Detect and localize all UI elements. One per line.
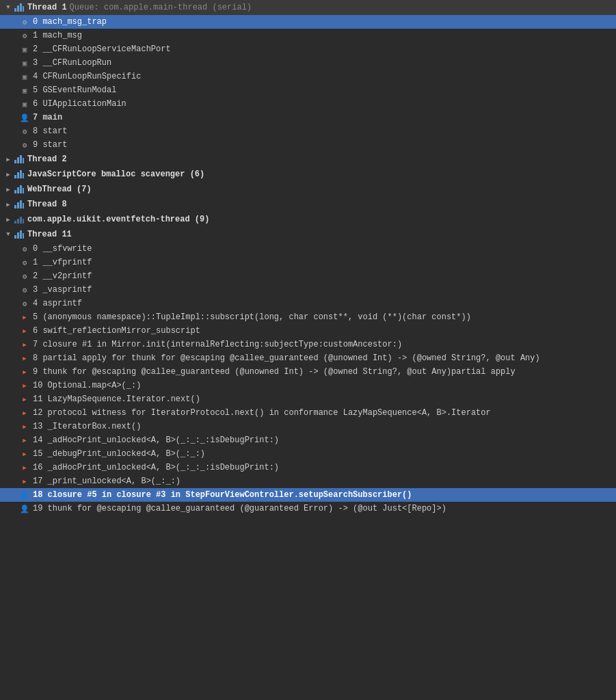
jscore-label: JavaScriptCore bmalloc scavenger (6) <box>27 170 204 179</box>
frame-t11-11[interactable]: ▶ 11 LazyMapSequence.Iterator.next() <box>0 392 616 406</box>
frame-t1-5-text: 5 GSEventRunModal <box>33 85 116 95</box>
frame-t11-17-text: 17 _print_unlocked<A, B>(_:_:) <box>33 476 180 486</box>
frame-t11-15-icon: ▶ <box>19 448 30 459</box>
webthread-header[interactable]: WebThread (7) <box>0 182 616 197</box>
frame-t11-8[interactable]: ▶ 8 partial apply for thunk for @escapin… <box>0 351 616 365</box>
frame-t1-1-text: 1 mach_msg <box>33 31 82 40</box>
webthread-icon <box>14 184 25 195</box>
frame-t11-2[interactable]: ⚙ 2 __v2printf <box>0 269 616 283</box>
frame-t1-7[interactable]: 👤 7 main <box>0 111 616 124</box>
frame-t1-9[interactable]: ⚙ 9 start <box>0 138 616 152</box>
frame-t11-0[interactable]: ⚙ 0 __sfvwrite <box>0 242 616 256</box>
svg-rect-26 <box>20 230 22 239</box>
eventfetch-icon <box>14 214 25 225</box>
frame-t11-6-icon: ▶ <box>19 325 30 336</box>
frame-t11-5-text: 5 (anonymous namespace)::TupleImpl::subs… <box>33 312 471 322</box>
frame-t11-19[interactable]: 👤 19 thunk for @escaping @callee_guarant… <box>0 502 616 515</box>
thread-list: Thread 1 Queue: com.apple.main-thread (s… <box>0 0 616 515</box>
frame-t11-1[interactable]: ⚙ 1 __vfprintf <box>0 256 616 269</box>
frame-t11-10-icon: ▶ <box>19 380 30 391</box>
frame-t11-18[interactable]: 👤 18 closure #5 in closure #3 in StepFou… <box>0 488 616 502</box>
frame-t11-12[interactable]: ▶ 12 protocol witness for IteratorProtoc… <box>0 406 616 420</box>
frame-t11-9-icon: ▶ <box>19 366 30 377</box>
webthread-chevron <box>4 185 12 193</box>
frame-t11-16-icon: ▶ <box>19 462 30 473</box>
thread2-chevron <box>4 155 12 163</box>
svg-rect-17 <box>17 202 19 208</box>
frame-t11-0-icon: ⚙ <box>19 243 30 254</box>
frame-t11-10-text: 10 Optional.map<A>(_:) <box>33 381 141 390</box>
jscore-chevron <box>4 170 12 178</box>
svg-rect-3 <box>23 6 24 12</box>
thread1-header[interactable]: Thread 1 Queue: com.apple.main-thread (s… <box>0 0 616 15</box>
thread1-queue: Queue: com.apple.main-thread (serial) <box>70 3 252 12</box>
frame-t1-2-icon: ▣ <box>19 44 30 55</box>
frame-t1-5[interactable]: ▣ 5 GSEventRunModal <box>0 83 616 97</box>
frame-t11-7[interactable]: ▶ 7 closure #1 in Mirror.init(internalRe… <box>0 338 616 351</box>
frame-t11-15-text: 15 _debugPrint_unlocked<A, B>(_:_:) <box>33 449 205 459</box>
svg-rect-24 <box>14 235 16 239</box>
frame-t11-17[interactable]: ▶ 17 _print_unlocked<A, B>(_:_:) <box>0 474 616 488</box>
frame-t1-1[interactable]: ⚙ 1 mach_msg <box>0 29 616 42</box>
frame-t11-8-text: 8 partial apply for thunk for @escaping … <box>33 353 540 363</box>
svg-rect-10 <box>20 170 22 178</box>
frame-t11-11-text: 11 LazyMapSequence.Iterator.next() <box>33 394 200 404</box>
frame-t11-13[interactable]: ▶ 13 _IteratorBox.next() <box>0 420 616 433</box>
frame-t11-3-icon: ⚙ <box>19 284 30 295</box>
frame-t11-4-icon: ⚙ <box>19 298 30 309</box>
frame-t11-6[interactable]: ▶ 6 swift_reflectionMirror_subscript <box>0 324 616 338</box>
frame-t11-3[interactable]: ⚙ 3 _vasprintf <box>0 283 616 297</box>
frame-t1-8-icon: ⚙ <box>19 126 30 137</box>
frame-t11-9-text: 9 thunk for @escaping @callee_guaranteed… <box>33 367 515 377</box>
svg-rect-5 <box>17 157 19 163</box>
svg-rect-18 <box>20 200 22 208</box>
frame-t11-12-icon: ▶ <box>19 407 30 418</box>
frame-t11-14[interactable]: ▶ 14 _adHocPrint_unlocked<A, B>(_:_:_:is… <box>0 433 616 447</box>
frame-t1-4[interactable]: ▣ 4 CFRunLoopRunSpecific <box>0 70 616 83</box>
thread11-header[interactable]: Thread 11 <box>0 227 616 242</box>
frame-t1-3-icon: ▣ <box>19 57 30 68</box>
svg-rect-27 <box>23 233 24 239</box>
frame-t1-0-icon: ⚙ <box>19 16 30 27</box>
thread2-header[interactable]: Thread 2 <box>0 152 616 167</box>
svg-rect-20 <box>14 221 16 224</box>
frame-t11-15[interactable]: ▶ 15 _debugPrint_unlocked<A, B>(_:_:) <box>0 447 616 461</box>
frame-t11-2-text: 2 __v2printf <box>33 271 92 281</box>
frame-t11-19-icon: 👤 <box>19 503 30 514</box>
frame-t11-16[interactable]: ▶ 16 _adHocPrint_unlocked<A, B>(_:_:_:is… <box>0 461 616 474</box>
frame-t11-7-icon: ▶ <box>19 339 30 350</box>
frame-t1-5-icon: ▣ <box>19 85 30 96</box>
frame-t11-17-icon: ▶ <box>19 476 30 487</box>
frame-t1-6-icon: ▣ <box>19 98 30 109</box>
eventfetch-header[interactable]: com.apple.uikit.eventfetch-thread (9) <box>0 212 616 227</box>
frame-t11-9[interactable]: ▶ 9 thunk for @escaping @callee_guarante… <box>0 365 616 379</box>
svg-rect-15 <box>23 188 24 193</box>
frame-t1-4-icon: ▣ <box>19 71 30 82</box>
frame-t1-2[interactable]: ▣ 2 __CFRunLoopServiceMachPort <box>0 42 616 56</box>
frame-t1-6[interactable]: ▣ 6 UIApplicationMain <box>0 97 616 111</box>
jscore-header[interactable]: JavaScriptCore bmalloc scavenger (6) <box>0 167 616 182</box>
svg-rect-16 <box>14 205 16 208</box>
svg-rect-4 <box>14 160 16 163</box>
svg-rect-22 <box>20 217 22 224</box>
thread8-header[interactable]: Thread 8 <box>0 197 616 212</box>
frame-t1-0[interactable]: ⚙ 0 mach_msg_trap <box>0 15 616 29</box>
frame-t11-6-text: 6 swift_reflectionMirror_subscript <box>33 326 200 336</box>
svg-rect-14 <box>20 185 22 193</box>
eventfetch-label: com.apple.uikit.eventfetch-thread (9) <box>27 215 209 224</box>
frame-t1-3[interactable]: ▣ 3 __CFRunLoopRun <box>0 56 616 70</box>
svg-rect-7 <box>23 158 24 163</box>
frame-t11-10[interactable]: ▶ 10 Optional.map<A>(_:) <box>0 379 616 392</box>
frame-t1-8[interactable]: ⚙ 8 start <box>0 124 616 138</box>
frame-t1-4-text: 4 CFRunLoopRunSpecific <box>33 72 141 81</box>
frame-t11-4[interactable]: ⚙ 4 asprintf <box>0 297 616 310</box>
thread1-chevron <box>4 3 12 12</box>
frame-t11-8-icon: ▶ <box>19 353 30 364</box>
frame-t11-5[interactable]: ▶ 5 (anonymous namespace)::TupleImpl::su… <box>0 310 616 324</box>
frame-t11-18-icon: 👤 <box>19 489 30 500</box>
thread8-icon <box>14 199 25 210</box>
frame-t1-1-icon: ⚙ <box>19 30 30 41</box>
frame-t1-9-text: 9 start <box>33 140 67 150</box>
thread2-label: Thread 2 <box>27 154 67 164</box>
svg-rect-6 <box>20 155 22 163</box>
